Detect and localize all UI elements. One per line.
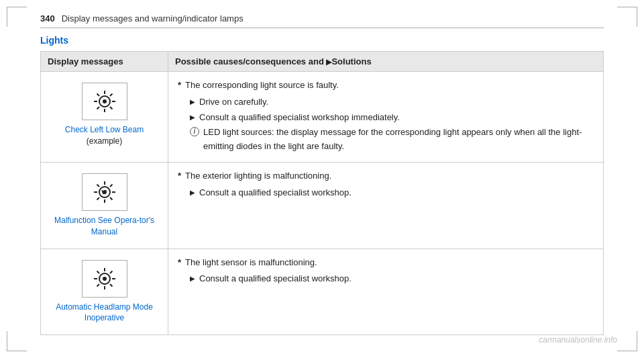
causes-cell-2: The exterior lighting is malfunctioning.… — [168, 162, 604, 249]
cause-arrow: Consult a qualified specialist workshop … — [190, 111, 594, 125]
causes-cell-3: The light sensor is malfunctioning.Consu… — [168, 249, 604, 335]
corner-decoration-bl — [7, 331, 27, 351]
icon-label-1: Check Left Low Beam (example) — [50, 124, 158, 147]
cause-star: The light sensor is malfunctioning. — [178, 256, 594, 270]
cause-arrow: Consult a qualified specialist workshop. — [190, 272, 594, 286]
page-header: 340 Display messages and warning/indicat… — [40, 13, 604, 28]
display-cell-2: Malfunction See Opera-tor's Manual — [41, 162, 168, 249]
section-title: Lights — [40, 35, 604, 46]
cause-info: iLED light sources: the display message … — [190, 126, 594, 154]
svg-line-30 — [97, 284, 99, 287]
svg-line-28 — [110, 284, 113, 287]
cause-star: The corresponding light source is faulty… — [178, 79, 594, 93]
corner-decoration-tr — [617, 7, 637, 27]
light-icon-2 — [82, 173, 127, 211]
icon-label-3: Automatic Headlamp Mode Inoperative — [50, 302, 158, 324]
svg-line-15 — [97, 184, 99, 187]
svg-line-20 — [102, 190, 103, 194]
col-header-causes: Possible causes/consequences and ▶ Solut… — [168, 52, 604, 72]
svg-line-16 — [110, 197, 113, 200]
svg-point-31 — [103, 277, 107, 281]
info-icon: i — [190, 127, 199, 136]
svg-point-9 — [103, 99, 107, 103]
svg-line-17 — [110, 184, 113, 187]
display-cell-1: Check Left Low Beam (example) — [41, 72, 168, 163]
svg-line-6 — [110, 107, 113, 109]
cause-arrow: Consult a qualified specialist workshop. — [190, 186, 594, 200]
causes-cell-1: The corresponding light source is faulty… — [168, 72, 604, 163]
corner-decoration-tl — [7, 7, 27, 27]
svg-line-8 — [97, 107, 99, 109]
col-header-display: Display messages — [41, 52, 168, 72]
watermark: carmanualsonline.info — [539, 335, 617, 345]
table-row-3: Automatic Headlamp Mode InoperativeThe l… — [41, 249, 604, 335]
svg-line-18 — [97, 197, 99, 200]
icon-label-2: Malfunction See Opera-tor's Manual — [50, 215, 158, 238]
cause-star: The exterior lighting is malfunctioning. — [178, 169, 594, 183]
page-number: 340 — [40, 13, 55, 24]
cause-arrow: Drive on carefully. — [190, 95, 594, 109]
svg-line-29 — [110, 271, 113, 273]
svg-line-5 — [97, 94, 99, 97]
table-row-2: Malfunction See Opera-tor's ManualThe ex… — [41, 162, 604, 249]
svg-line-27 — [97, 271, 99, 273]
page-header-title: Display messages and warning/indicator l… — [62, 13, 244, 24]
table-row-1: Check Left Low Beam (example)The corresp… — [41, 72, 604, 163]
corner-decoration-br — [617, 331, 637, 351]
svg-line-7 — [110, 94, 113, 97]
main-table: Display messages Possible causes/consequ… — [40, 51, 604, 335]
light-icon-1 — [82, 83, 127, 120]
display-cell-3: Automatic Headlamp Mode Inoperative — [41, 249, 168, 335]
light-icon-3 — [82, 260, 127, 298]
